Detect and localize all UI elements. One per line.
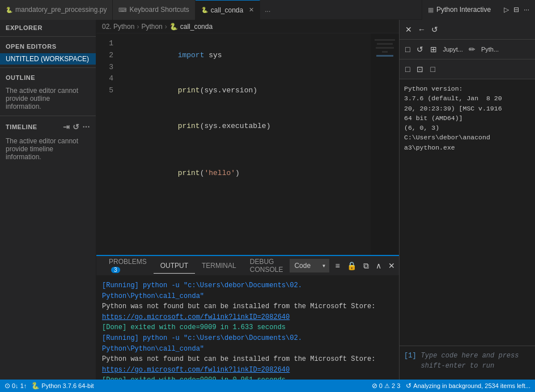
code-line-4: [119, 144, 399, 156]
tab-overflow-label: ...: [265, 6, 270, 14]
panel-tab-problems[interactable]: PROBLEMS 3: [102, 254, 154, 277]
editor-area: 02. Python › Python › 🐍 call_conda 1: [96, 20, 399, 380]
line-num-2: 2: [96, 50, 119, 62]
panel-icon-close[interactable]: ✕: [387, 260, 396, 271]
pi-close-icon[interactable]: ✕: [404, 24, 413, 35]
breadcrumb-file-icon: 🐍: [169, 23, 178, 31]
timeline-icon-3[interactable]: ···: [83, 122, 90, 131]
status-errors[interactable]: ⊘ 0 ⚠ 2 3: [372, 382, 401, 390]
output-link-2[interactable]: https://go.microsoft.com/fwlink?linkID=2…: [102, 366, 290, 374]
code-line-5: print('hello'): [119, 156, 399, 191]
output-line-6: Python was not found but can be installe…: [102, 354, 393, 375]
pi-input-placeholder[interactable]: Type code here and press shift-enter to …: [421, 351, 530, 371]
breadcrumb-part-0: 02. Python: [102, 23, 134, 31]
outline-title: OUTLINE: [6, 74, 35, 81]
pi-refresh-icon[interactable]: ↺: [430, 24, 439, 35]
sidebar: EXPLORER OPEN EDITORS UNTITLED (WORKSPAC…: [0, 20, 96, 380]
panel-tabs: PROBLEMS 3 OUTPUT TERMINAL DEBUG CONSOLE…: [96, 256, 399, 276]
tab-icon-mandatory: 🐍: [6, 7, 12, 13]
python-status-icon: 🐍: [31, 382, 40, 390]
status-sync-text: 0↓ 1↑: [12, 382, 27, 389]
breadcrumb-file: 🐍 call_conda: [169, 23, 213, 31]
pi-icon3-2[interactable]: ⊡: [415, 63, 424, 75]
output-line-3: [Done] exited with code=9009 in 1.633 se…: [102, 322, 393, 333]
panel-tab-output[interactable]: OUTPUT: [154, 258, 195, 274]
untitled-workspace-label: UNTITLED (WORKSPACE): [6, 55, 89, 63]
code-lines[interactable]: import sys print(sys.version) print(sys.…: [119, 33, 399, 255]
output-link-1[interactable]: https://go.microsoft.com/fwlink?linkID=2…: [102, 313, 290, 321]
line-numbers: 1 2 3 4 5: [96, 33, 119, 255]
pi-panel: ✕ ← ↺ □ ↺ ⊞ Jupyt... ✏ Pyth... □ ⊡ □ Pyt…: [399, 20, 535, 380]
outline-header[interactable]: OUTLINE: [0, 71, 96, 84]
pi-icon3-1[interactable]: □: [404, 63, 411, 75]
pi-stop-icon[interactable]: □: [404, 44, 411, 55]
breadcrumb-part-1: Python: [141, 23, 162, 31]
code-line-3: print(sys.executable): [119, 109, 399, 144]
pi-placeholder-text: Type code here and press shift-enter to …: [421, 352, 519, 370]
tab-debug-label: DEBUG CONSOLE: [250, 258, 283, 274]
tab-keyboard-shortcuts[interactable]: ⌨ Keyboard Shortcuts: [113, 0, 195, 20]
tab-close-conda[interactable]: ✕: [249, 6, 254, 14]
panel-tab-debug[interactable]: DEBUG CONSOLE: [243, 254, 290, 277]
panel-icon-up[interactable]: ∧: [375, 260, 383, 271]
timeline-message: The active editor cannotprovide timeline…: [6, 137, 78, 161]
status-errors-text: 0 ⚠ 2 3: [379, 382, 401, 390]
minimap-line: [376, 47, 394, 49]
bottom-panel: PROBLEMS 3 OUTPUT TERMINAL DEBUG CONSOLE…: [96, 255, 399, 380]
minimap: [371, 33, 399, 255]
pi-grid-icon[interactable]: ⊞: [429, 44, 438, 55]
minimap-line-highlight: [376, 55, 393, 57]
tab-mandatory[interactable]: 🐍 mandatory_pre_processing.py: [0, 0, 113, 20]
code-line-1: import sys: [119, 38, 399, 73]
panel-tab-terminal[interactable]: TERMINAL: [195, 258, 243, 273]
tab-label-keyboard: Keyboard Shortcuts: [129, 6, 189, 14]
pi-run-button[interactable]: ▷: [504, 6, 509, 14]
status-analyzing-text: Analyzing in background, 2534 items left…: [413, 382, 530, 389]
python-interactive-tab: ▦ Python Interactive ▷ ⊟ ···: [422, 0, 535, 20]
output-line-0: [Running] python -u "c:\Users\debor\Docu…: [102, 280, 393, 301]
tab-call-conda[interactable]: 🐍 call_conda ✕: [196, 0, 260, 20]
tab-icon-keyboard: ⌨: [118, 7, 126, 13]
tab-label-mandatory: mandatory_pre_processing.py: [15, 6, 107, 14]
panel-icon-lock[interactable]: 🔒: [346, 260, 358, 271]
panel-select-wrapper: Code Python Git ▼: [290, 259, 329, 272]
timeline-title: TIMELINE: [6, 123, 37, 130]
status-analyzing: ↺ Analyzing in background, 2534 items le…: [406, 382, 530, 390]
outline-message: The active editor cannotprovide outlinei…: [6, 87, 78, 110]
timeline-header[interactable]: TIMELINE ⇥ ↺ ···: [0, 119, 96, 135]
tab-overflow[interactable]: ...: [260, 6, 275, 14]
sidebar-item-untitled[interactable]: UNTITLED (WORKSPACE): [0, 53, 96, 65]
timeline-icon-2[interactable]: ↺: [73, 122, 80, 131]
pi-output: Python version: 3.7.6 (default, Jan 8 20…: [400, 79, 535, 346]
breadcrumb-sep-1: ›: [165, 23, 167, 31]
pi-more-button[interactable]: ···: [524, 6, 529, 14]
status-python[interactable]: 🐍 Python 3.7.6 64-bit: [31, 382, 94, 390]
pi-cell-num: [1]: [404, 352, 417, 360]
minimap-line: [377, 43, 393, 45]
output-line-8: [Done] exited with code=9009 in 0.961 se…: [102, 375, 393, 380]
timeline-text: The active editor cannotprovide timeline…: [0, 135, 96, 163]
tab-label-conda: call_conda: [211, 6, 243, 14]
timeline-icon-1[interactable]: ⇥: [63, 122, 70, 131]
open-editors-header[interactable]: OPEN EDITORS: [0, 40, 96, 53]
status-sync[interactable]: ⊙ 0↓ 1↑: [5, 382, 27, 390]
panel-source-select[interactable]: Code Python Git: [290, 259, 329, 272]
pi-split-button[interactable]: ⊟: [513, 6, 519, 14]
sidebar-divider-1: [0, 36, 96, 37]
open-editors-title: OPEN EDITORS: [6, 43, 57, 50]
code-line-2: print(sys.version): [119, 73, 399, 108]
line-num-4: 4: [96, 73, 119, 85]
status-bar: ⊙ 0↓ 1↑ 🐍 Python 3.7.6 64-bit ⊘ 0 ⚠ 2 3 …: [0, 380, 535, 392]
pi-icon3-3[interactable]: □: [429, 63, 436, 75]
pi-edit-icon[interactable]: ✏: [468, 44, 477, 55]
tab-terminal-label: TERMINAL: [202, 262, 236, 270]
pi-input-area[interactable]: [1] Type code here and press shift-enter…: [400, 346, 535, 380]
breadcrumb-sep-0: ›: [137, 23, 139, 31]
pi-restart-icon[interactable]: ↺: [415, 44, 424, 55]
panel-tab-right: Code Python Git ▼ ≡ 🔒 ⧉ ∧ ✕: [290, 259, 396, 272]
code-editor[interactable]: 1 2 3 4 5 import sys print(sys.version) …: [96, 33, 399, 255]
pi-back-icon[interactable]: ←: [417, 24, 427, 35]
panel-icon-copy[interactable]: ⧉: [362, 260, 370, 272]
panel-icon-list[interactable]: ≡: [334, 260, 341, 271]
pi-python-label: Pyth...: [481, 46, 499, 53]
